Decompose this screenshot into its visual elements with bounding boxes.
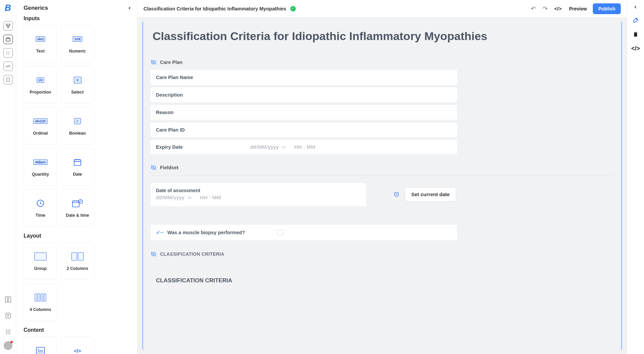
svg-rect-3: [6, 38, 10, 41]
svg-point-11: [9, 331, 10, 332]
svg-point-6: [6, 329, 7, 330]
tile-cols4[interactable]: 4 Columns: [24, 283, 57, 321]
section-heading-layout: Layout: [24, 233, 131, 239]
document-title: Classification Criteria for Idiopathic I…: [143, 6, 286, 11]
far-right-rail: </>: [627, 0, 644, 354]
field-description[interactable]: Description: [151, 87, 457, 102]
apps-icon[interactable]: [3, 327, 13, 337]
tile-select[interactable]: ▾Select: [61, 66, 94, 104]
components-panel: Generics Inputs abc|Text 123|Numeric 1/2…: [16, 0, 137, 354]
field-care-plan-id[interactable]: Care Plan ID: [151, 122, 457, 137]
svg-point-10: [7, 331, 8, 332]
tile-time[interactable]: Time: [24, 189, 57, 227]
section-care-plan: Care Plan Care Plan Name Description Rea…: [151, 59, 614, 154]
tile-html[interactable]: </>HTML: [61, 337, 94, 354]
calendar-icon: ▭: [187, 195, 192, 200]
upload-icon[interactable]: [3, 311, 13, 320]
svg-rect-4: [6, 78, 9, 82]
field-expiry-date[interactable]: Expiry Date dd/MM/yyyy ▭ HH : MM: [151, 140, 457, 154]
tile-date[interactable]: Date: [61, 148, 94, 186]
section-heading-content: Content: [24, 327, 131, 333]
collapse-panel-icon[interactable]: [128, 6, 132, 10]
field-reason[interactable]: Reason: [151, 105, 457, 120]
code-icon[interactable]: </>: [553, 6, 563, 11]
far-left-rail: B { } API: [0, 0, 16, 354]
book-icon[interactable]: [3, 295, 13, 304]
section-criteria: CLASSIFICATION CRITERIA CLASSIFICATION C…: [151, 251, 614, 284]
eye-off-icon: [151, 165, 157, 171]
svg-point-1: [9, 24, 10, 25]
svg-point-0: [6, 24, 7, 25]
status-check-icon: ✓: [290, 6, 296, 11]
form-canvas[interactable]: Classification Criteria for Idiopathic I…: [137, 17, 627, 354]
svg-point-12: [6, 333, 7, 334]
expiry-date-placeholder: dd/MM/yyyy: [250, 144, 279, 150]
field-care-plan-name[interactable]: Care Plan Name: [151, 70, 457, 85]
calendar-icon: ▭: [282, 144, 286, 149]
criteria-heading: CLASSIFICATION CRITERIA: [160, 251, 224, 257]
question-biopsy[interactable]: ✓~ Was a muscle biopsy performed?: [151, 225, 457, 240]
braces-icon[interactable]: { }: [3, 48, 13, 58]
redo-icon[interactable]: ↷: [541, 5, 549, 12]
top-bar: Classification Criteria for Idiopathic I…: [137, 0, 627, 17]
archive-icon[interactable]: [3, 35, 13, 44]
tile-ordinal[interactable]: abc(1)▾Ordinal: [24, 107, 57, 145]
svg-rect-26: [634, 32, 637, 37]
api-icon[interactable]: API: [3, 62, 13, 71]
tile-text[interactable]: abc|Text: [24, 25, 57, 63]
tile-numeric[interactable]: 123|Numeric: [61, 25, 94, 63]
center-area: Classification Criteria for Idiopathic I…: [137, 0, 627, 354]
components-scroll: Inputs abc|Text 123|Numeric 1/2Proportio…: [16, 15, 137, 354]
section-question: ✓~ Was a muscle biopsy performed?: [151, 225, 614, 240]
svg-point-14: [9, 333, 10, 334]
avatar[interactable]: [4, 341, 12, 350]
tile-group[interactable]: Group: [24, 242, 57, 280]
section-heading-inputs: Inputs: [24, 15, 131, 22]
section-fieldset: Fieldset Date of assessment dd/MM/yyyy ▭…: [151, 165, 614, 214]
collapse-right-icon[interactable]: [634, 5, 638, 9]
undo-icon[interactable]: ↶: [529, 5, 537, 12]
divider: [151, 53, 614, 53]
file-icon[interactable]: [3, 75, 13, 84]
form-title: Classification Criteria for Idiopathic I…: [151, 30, 614, 43]
tile-proportion[interactable]: 1/2Proportion: [24, 66, 57, 104]
svg-point-2: [7, 27, 9, 28]
brush-icon[interactable]: [632, 17, 639, 24]
care-plan-heading: Care Plan: [160, 60, 183, 65]
set-current-date-button[interactable]: Set current date: [405, 187, 456, 202]
doa-date-placeholder: dd/MM/yyyy: [156, 194, 185, 200]
tile-cols2[interactable]: 2 Columns: [61, 242, 94, 280]
criteria-subheading: CLASSIFICATION CRITERIA: [151, 277, 614, 284]
preview-button[interactable]: Preview: [567, 6, 589, 11]
svg-rect-27: [635, 32, 637, 33]
doa-time-placeholder: HH : MM: [200, 194, 221, 200]
form-root: Classification Criteria for Idiopathic I…: [142, 22, 622, 350]
svg-point-7: [7, 329, 8, 330]
flow-icon[interactable]: [3, 21, 13, 31]
svg-point-13: [7, 333, 8, 334]
fieldset-heading: Fieldset: [160, 165, 179, 170]
tile-quantity[interactable]: 45|bpmQuantity: [24, 148, 57, 186]
publish-button[interactable]: Publish: [593, 3, 621, 14]
biopsy-checkbox[interactable]: [277, 229, 283, 236]
svg-point-9: [6, 331, 7, 332]
svg-rect-17: [72, 201, 79, 207]
logo-icon: B: [5, 3, 11, 13]
panel-title: Generics: [24, 5, 48, 11]
expiry-time-placeholder: HH : MM: [294, 144, 316, 150]
tile-boolean[interactable]: ✓Boolean: [61, 107, 94, 145]
clock-icon: [393, 191, 399, 198]
svg-point-8: [9, 329, 10, 330]
date-of-assessment-field[interactable]: Date of assessment dd/MM/yyyy ▭ HH : MM: [151, 183, 366, 206]
eye-off-icon: [151, 251, 157, 257]
svg-rect-15: [74, 160, 81, 165]
code-icon[interactable]: </>: [631, 45, 640, 52]
node-icon: ✓~: [156, 229, 163, 236]
clipboard-icon[interactable]: [633, 31, 639, 38]
tile-datetime[interactable]: Date & time: [61, 189, 94, 227]
tile-richtext[interactable]: Rich text: [24, 337, 57, 354]
eye-off-icon: [151, 59, 157, 65]
